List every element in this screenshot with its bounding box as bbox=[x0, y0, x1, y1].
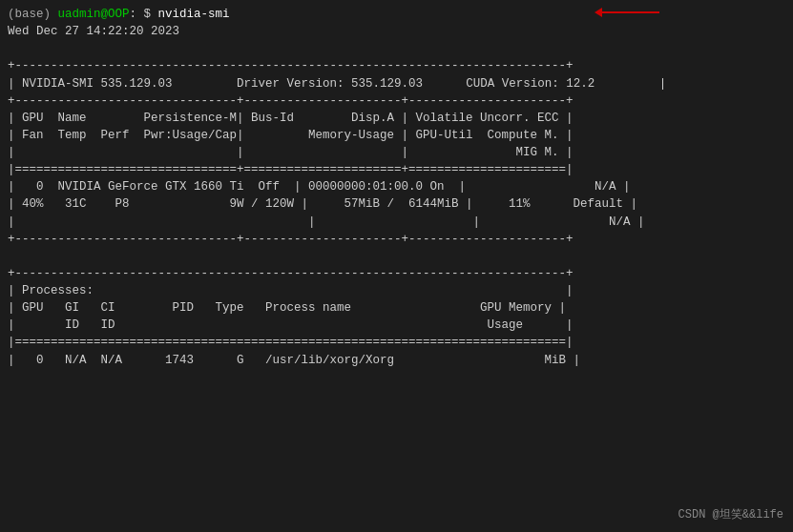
terminal-window: (base) uadmin@OOP: $ nvidia-smi Wed Dec … bbox=[0, 0, 793, 532]
nvidia-header-row: | NVIDIA-SMI 535.129.03 Driver Version: … bbox=[8, 77, 666, 91]
table-header-sep2: |===============================+=======… bbox=[8, 163, 574, 176]
prompt-user: uadmin bbox=[58, 8, 101, 21]
nvidia-smi-version: NVIDIA-SMI 535.129.03 bbox=[22, 77, 173, 91]
watermark: CSDN @坦笑&&life bbox=[678, 506, 783, 522]
prompt-base: (base) bbox=[8, 8, 58, 21]
processes-label: | Processes: | bbox=[8, 284, 574, 297]
prompt-host: OOP bbox=[108, 8, 130, 21]
terminal-content: (base) uadmin@OOP: $ nvidia-smi Wed Dec … bbox=[8, 6, 785, 369]
cuda-label: CUDA Version: bbox=[466, 77, 559, 91]
process-row-1: | 0 N/A N/A 1743 G /usr/lib/xorg/Xorg bbox=[8, 354, 394, 367]
processes-col-header-1: | GPU GI CI PID Type Process name GPU Me… bbox=[8, 301, 566, 315]
gpu-row-2: | 40% 31C P8 9W / 120W | 57MiB / 6144MiB… bbox=[8, 197, 637, 211]
sep-top: +---------------------------------------… bbox=[8, 59, 574, 72]
arrow-annotation bbox=[595, 8, 659, 17]
col-header-1: | GPU Name Persistence-M| Bus-Id Disp.A … bbox=[8, 112, 574, 125]
arrow-line-icon bbox=[602, 11, 659, 13]
prompt-dollar: $ bbox=[136, 8, 158, 21]
process-memory-placeholder: MiB | bbox=[473, 354, 581, 367]
driver-label: Driver Version: bbox=[237, 77, 344, 91]
prompt-colon: : bbox=[130, 8, 137, 21]
col-header-3: | | | MIG M. | bbox=[8, 146, 574, 159]
processes-col-header-2: | ID ID Usage | bbox=[8, 318, 574, 332]
gpu-row-3: | | | N/A | bbox=[8, 215, 645, 229]
timestamp: Wed Dec 27 14:22:20 2023 bbox=[8, 25, 179, 38]
table-bottom: +-------------------------------+-------… bbox=[8, 233, 574, 246]
cuda-version: 12.2 bbox=[566, 77, 595, 91]
prompt-command: nvidia-smi bbox=[158, 8, 230, 21]
prompt-at: @ bbox=[101, 8, 109, 21]
arrow-head-icon bbox=[595, 8, 602, 17]
processes-header-sep: +---------------------------------------… bbox=[8, 267, 574, 280]
driver-version: 535.129.03 bbox=[351, 77, 423, 91]
table-header-sep: +-------------------------------+-------… bbox=[8, 94, 574, 108]
processes-sep: |=======================================… bbox=[8, 336, 574, 349]
col-header-2: | Fan Temp Perf Pwr:Usage/Cap| Memory-Us… bbox=[8, 129, 574, 142]
gpu-row-1: | 0 NVIDIA GeForce GTX 1660 Ti Off | 000… bbox=[8, 180, 631, 194]
